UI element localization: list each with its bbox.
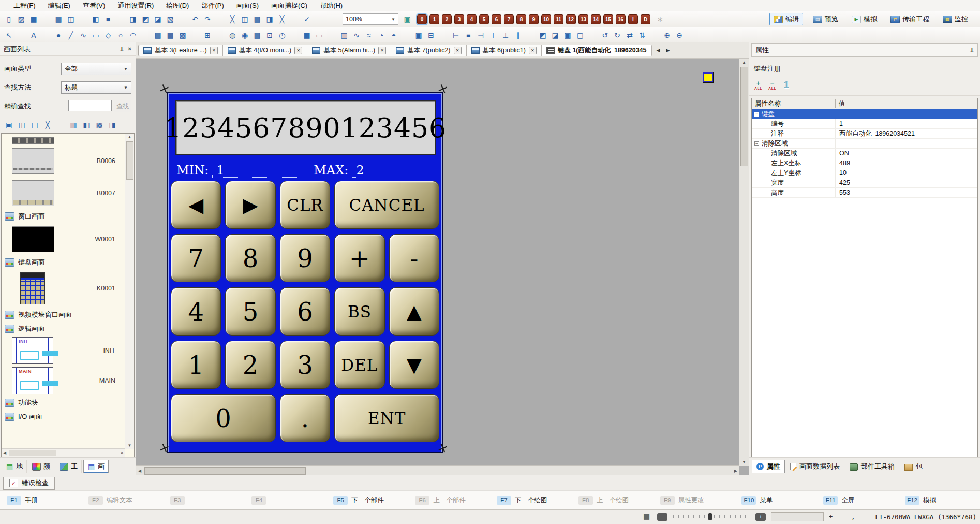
expand-toggle-icon[interactable]: − xyxy=(754,112,759,117)
function-key[interactable]: F10 菜单 xyxy=(735,496,816,505)
panel-bottom-tab[interactable]: 部件工具箱 xyxy=(845,460,899,473)
property-value[interactable]: 489 xyxy=(836,159,977,167)
close-tab-icon[interactable]: ✕ xyxy=(210,47,218,54)
screen-list-horizontal-scrollbar[interactable]: ◀ ✕ xyxy=(2,448,125,457)
copy-screen-icon[interactable]: ◫ xyxy=(16,120,27,130)
document-tab[interactable]: 基本 5(Alarm hi...) ✕ xyxy=(307,45,391,56)
new-project-icon[interactable]: ▯ xyxy=(3,14,14,24)
align-bottom-icon[interactable]: ⊥ xyxy=(500,30,511,40)
numeric-display-part-icon[interactable]: ⊡ xyxy=(264,30,275,40)
flip-horizontal-icon[interactable]: ⇄ xyxy=(624,30,635,40)
rotate-right-icon[interactable]: ↻ xyxy=(612,30,623,40)
save-project-icon[interactable]: ▦ xyxy=(28,14,39,24)
switch-part-icon[interactable]: ◉ xyxy=(239,30,250,40)
paste-icon[interactable]: ▤ xyxy=(251,14,263,24)
list-item[interactable]: 窗口画面 xyxy=(2,209,124,223)
screen-number-button[interactable]: 14 xyxy=(591,14,601,24)
document-tab[interactable]: 基本 4(I/O moni...) ✕ xyxy=(223,45,307,56)
function-key[interactable]: F8 上一个绘图 xyxy=(572,496,654,505)
list-item[interactable]: B0006 xyxy=(2,145,124,177)
simulate-mode-button[interactable]: ▶ 模拟 xyxy=(848,13,881,25)
keypad-key[interactable]: 4 xyxy=(171,287,221,336)
table-tool-icon[interactable]: ⊞ xyxy=(202,30,213,40)
screen-number-button[interactable]: D xyxy=(641,14,650,24)
screen-number-button[interactable]: 6 xyxy=(492,14,501,24)
property-value[interactable]: ON xyxy=(836,150,977,157)
screen-number-button[interactable]: 13 xyxy=(578,14,588,24)
property-value[interactable]: 1 xyxy=(836,120,977,127)
edit-mode-button[interactable]: ▞ 编辑 xyxy=(769,13,803,25)
panel-bottom-tab[interactable]: 地 xyxy=(2,460,27,473)
zoom-level-select[interactable]: 100% ▼ xyxy=(343,13,398,25)
rotate-left-icon[interactable]: ↺ xyxy=(599,30,611,40)
lamp-part-icon[interactable]: ◍ xyxy=(227,30,238,40)
arc-tool-icon[interactable]: ◠ xyxy=(127,30,139,40)
tab-scroll-right-icon[interactable]: ▶ xyxy=(664,48,672,53)
keypad-key[interactable]: BS xyxy=(334,287,384,336)
function-key[interactable]: F11 全屏 xyxy=(816,496,898,505)
monitor-mode-button[interactable]: ▦ 监控 xyxy=(939,13,972,25)
menu-item[interactable]: 编辑(E) xyxy=(42,0,77,11)
panel-bottom-tab[interactable]: 工 xyxy=(56,460,82,473)
function-key[interactable]: F7 下一个绘图 xyxy=(490,496,572,505)
document-tab[interactable]: 基本 6(public1) ✕ xyxy=(467,45,542,56)
list-item[interactable]: 功能块 xyxy=(2,396,124,410)
zoom-out-button[interactable]: − xyxy=(657,513,667,521)
function-key[interactable]: F2 编辑文本 xyxy=(82,496,164,505)
dot-tool-icon[interactable]: ● xyxy=(53,30,64,40)
window-part-icon[interactable]: ▣ xyxy=(413,30,424,40)
panel-bottom-tab[interactable]: 包 xyxy=(900,460,927,473)
line-graph-part-icon[interactable]: ≈ xyxy=(363,30,375,40)
keypad-key[interactable]: CLR xyxy=(280,181,330,229)
keypad-key[interactable]: 9 xyxy=(280,234,330,282)
property-value[interactable]: 10 xyxy=(836,169,977,177)
new-screen-icon[interactable]: ◨ xyxy=(127,14,139,24)
close-tab-icon[interactable]: ✕ xyxy=(454,47,462,54)
keypad-key[interactable]: . xyxy=(280,394,330,442)
keypad-key[interactable]: DEL xyxy=(334,341,384,389)
preview-mode-button[interactable]: ▤ 预览 xyxy=(809,13,842,25)
tab-scroll-left-icon[interactable]: ◀ xyxy=(655,48,662,53)
screen-number-button[interactable]: 3 xyxy=(454,14,464,24)
send-back-icon[interactable]: ◪ xyxy=(550,30,561,40)
align-left-icon[interactable]: ⊢ xyxy=(450,30,462,40)
align-top-icon[interactable]: ⊤ xyxy=(487,30,499,40)
clock-part-icon[interactable]: ◷ xyxy=(276,30,288,40)
property-row[interactable]: 左上Y坐标 10 xyxy=(752,168,977,178)
screen-number-button[interactable]: 1 xyxy=(429,14,439,24)
paste-screen-icon[interactable]: ▤ xyxy=(29,120,40,130)
list-item[interactable]: I/O 画面 xyxy=(2,410,124,424)
keypad-key[interactable]: ▶ xyxy=(225,181,275,229)
function-key[interactable]: F3 xyxy=(164,496,245,505)
menu-item[interactable]: 通用设置(R) xyxy=(111,0,160,11)
distribute-icon[interactable]: ∥ xyxy=(512,30,524,40)
expand-all-button[interactable]: + ALL xyxy=(754,80,762,90)
fit-image-icon[interactable]: ▣ xyxy=(402,14,413,24)
list-item[interactable]: 键盘画面 xyxy=(2,255,124,269)
canvas-vertical-scrollbar[interactable]: ▲ ▼ xyxy=(739,59,749,466)
screen-number-button[interactable]: I xyxy=(628,14,638,24)
screen-number-button[interactable]: 12 xyxy=(566,14,576,24)
function-key[interactable]: F5 下一个部件 xyxy=(326,496,408,505)
close-icon[interactable]: ✕ xyxy=(128,46,132,52)
trend-graph-part-icon[interactable]: ∿ xyxy=(351,30,362,40)
undo-icon[interactable]: ↶ xyxy=(189,14,201,24)
keypad-key[interactable]: 0 xyxy=(171,394,276,442)
keypad-object[interactable]: 1234567890123456 MIN: 1 MAX: 2 ◀ xyxy=(167,92,443,453)
document-tab[interactable]: 基本 7(public2) ✕ xyxy=(391,45,466,56)
panel-bottom-tab[interactable]: 画 xyxy=(83,460,109,473)
function-key[interactable]: F12 模拟 xyxy=(898,496,980,505)
screen-number-button[interactable]: 16 xyxy=(616,14,626,24)
style-copy-icon[interactable]: ◧ xyxy=(90,14,101,24)
canvas-horizontal-scrollbar[interactable]: ◀ ▶ xyxy=(136,465,739,475)
copy-screen-icon[interactable]: ◩ xyxy=(140,14,151,24)
delete-icon[interactable]: ╳ xyxy=(276,14,288,24)
scale-tool-icon[interactable]: ▤ xyxy=(152,30,164,40)
grid-toggle-icon[interactable]: ▦ xyxy=(643,513,652,520)
screen-number-button[interactable]: 5 xyxy=(479,14,489,24)
scrollbar-thumb[interactable] xyxy=(740,67,748,166)
screen-capture-icon[interactable]: ■ xyxy=(102,14,114,24)
flip-vertical-icon[interactable]: ⇅ xyxy=(636,30,648,40)
list-item[interactable]: K0001 xyxy=(2,269,124,308)
close-tab-icon[interactable]: ✕ xyxy=(294,47,302,54)
